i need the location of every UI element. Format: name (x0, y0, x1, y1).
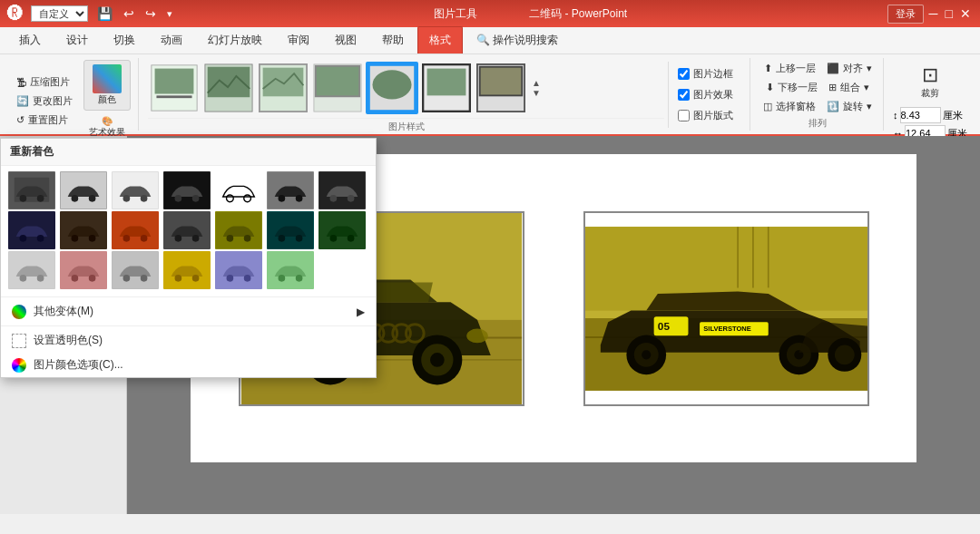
search-icon: 🔍 (476, 34, 490, 46)
svg-point-45 (141, 235, 148, 242)
style-thumb-7[interactable] (475, 62, 527, 114)
tab-view[interactable]: 视图 (323, 26, 368, 53)
color-brown-1[interactable] (60, 211, 107, 249)
adjust-group-content: 🗜 压缩图片 🔄 更改图片 ↺ 重置图片 颜色 🎨 (13, 58, 131, 144)
divider-1 (1, 296, 376, 297)
styles-scroll[interactable]: ▲ ▼ (530, 78, 543, 98)
height-label: ↕ (893, 110, 898, 121)
color-grid (1, 166, 376, 295)
rotate-button[interactable]: 🔃 旋转 ▾ (823, 98, 876, 115)
align-label: 对齐 (843, 62, 863, 75)
set-transparent-item[interactable]: 设置透明色(S) (1, 328, 376, 353)
tab-format[interactable]: 格式 (417, 26, 463, 53)
color-original[interactable] (8, 171, 55, 209)
more-label: 其他变体(M) (34, 304, 93, 319)
color-bw-4[interactable] (318, 171, 366, 209)
svg-point-48 (192, 235, 200, 242)
color-dark-gray[interactable] (163, 211, 211, 249)
compress-button[interactable]: 🗜 压缩图片 (13, 73, 76, 91)
color-options-item[interactable]: 图片颜色选项(C)... (1, 353, 376, 377)
svg-point-57 (348, 235, 355, 242)
reset-image-button[interactable]: ↺ 重置图片 (13, 112, 76, 129)
title-bar: 🅡 自定义 💾 ↩ ↪ ▾ 图片工具 二维码 - PowerPoint 登录 ─… (0, 0, 980, 27)
layout-checkbox[interactable] (678, 110, 690, 121)
tab-insert[interactable]: 插入 (7, 26, 53, 53)
redo-icon[interactable]: ↪ (143, 6, 158, 21)
image-effect-button[interactable]: 图片效果 (674, 86, 737, 103)
rotate-label: 旋转 (843, 100, 863, 113)
tab-review[interactable]: 审阅 (276, 26, 321, 53)
effect-checkbox[interactable] (678, 89, 690, 101)
style-thumb-2[interactable] (202, 62, 255, 114)
move-up-button[interactable]: ⬆ 上移一层 (760, 60, 819, 77)
color-light-gray[interactable] (8, 251, 55, 289)
tab-transitions[interactable]: 切换 (102, 26, 147, 53)
svg-point-66 (141, 275, 148, 282)
minimize-icon[interactable]: ─ (927, 6, 940, 21)
image-border-button[interactable]: 图片边框 (674, 65, 737, 83)
color-pink[interactable] (60, 251, 107, 289)
color-light-gray-2[interactable] (112, 251, 159, 289)
height-input[interactable] (900, 107, 941, 123)
save-icon[interactable]: 💾 (95, 6, 114, 21)
group-button[interactable]: ⊞ 组合 ▾ (825, 79, 873, 96)
login-button[interactable]: 登录 (887, 5, 924, 24)
color-bw-3[interactable] (267, 171, 314, 209)
color-green-dark[interactable] (318, 211, 366, 249)
color-icon (93, 64, 122, 93)
color-light-blue[interactable] (215, 251, 262, 289)
color-yellow-dark[interactable] (215, 211, 262, 249)
svg-point-47 (175, 235, 182, 242)
maximize-icon[interactable]: □ (944, 6, 955, 21)
change-image-button[interactable]: 🔄 更改图片 (13, 92, 76, 110)
svg-point-36 (348, 195, 355, 202)
select-pane-button[interactable]: ◫ 选择窗格 (760, 98, 819, 115)
search-label: 操作说明搜索 (493, 34, 558, 46)
svg-rect-2 (156, 95, 191, 98)
color-orange[interactable] (112, 211, 159, 249)
align-button[interactable]: ⬛ 对齐 ▾ (823, 60, 876, 77)
tab-search[interactable]: 🔍 操作说明搜索 (465, 26, 570, 53)
undo-icon[interactable]: ↩ (122, 6, 136, 21)
color-bw-2[interactable] (112, 171, 159, 209)
tab-animations[interactable]: 动画 (149, 26, 194, 53)
image-layout-button[interactable]: 图片版式 (674, 107, 737, 124)
svg-point-35 (330, 195, 338, 202)
close-icon[interactable]: ✕ (958, 6, 973, 21)
tab-design[interactable]: 设计 (54, 26, 100, 53)
crop-button[interactable]: ⊡ 裁剪 (912, 60, 948, 103)
style-thumb-5[interactable] (366, 62, 418, 114)
more-icon (12, 305, 26, 319)
style-thumb-1[interactable] (148, 62, 201, 114)
move-down-button[interactable]: ⬇ 下移一层 (762, 79, 821, 96)
size-group-content: ⊡ 裁剪 ↕ 厘米 ↔ 厘米 (893, 58, 967, 143)
color-dark-blue[interactable] (8, 211, 55, 249)
color-teal[interactable] (267, 211, 314, 249)
svg-point-21 (89, 195, 96, 202)
quick-access-dropdown[interactable]: 自定义 (31, 5, 88, 22)
color-sketch[interactable] (215, 171, 262, 209)
move-down-icon: ⬇ (766, 82, 774, 93)
svg-rect-1 (155, 69, 194, 94)
style-thumb-6[interactable] (420, 62, 473, 114)
color-dark[interactable] (163, 171, 211, 209)
more-variants-item[interactable]: 其他变体(M) ▶ (1, 299, 376, 324)
style-thumb-3[interactable] (257, 62, 309, 114)
border-checkbox[interactable] (678, 68, 690, 80)
tab-help[interactable]: 帮助 (370, 26, 416, 53)
tab-slideshow[interactable]: 幻灯片放映 (196, 26, 274, 53)
title-bar-left: 🅡 自定义 💾 ↩ ↪ ▾ (7, 5, 174, 24)
svg-point-44 (123, 235, 131, 242)
svg-point-32 (279, 195, 286, 202)
color-button[interactable]: 颜色 (83, 60, 131, 111)
reset-icon: ↺ (16, 114, 24, 126)
color-light-green[interactable] (267, 251, 314, 289)
color-gold[interactable] (163, 251, 211, 289)
svg-point-63 (89, 275, 96, 282)
svg-text:05: 05 (657, 319, 670, 331)
color-bw-1[interactable] (60, 171, 107, 209)
customize-icon[interactable]: ▾ (165, 8, 174, 20)
svg-point-23 (123, 195, 131, 202)
style-thumb-4[interactable] (311, 62, 364, 114)
car-image-2[interactable]: 05 SILVERSTONE (583, 211, 869, 406)
